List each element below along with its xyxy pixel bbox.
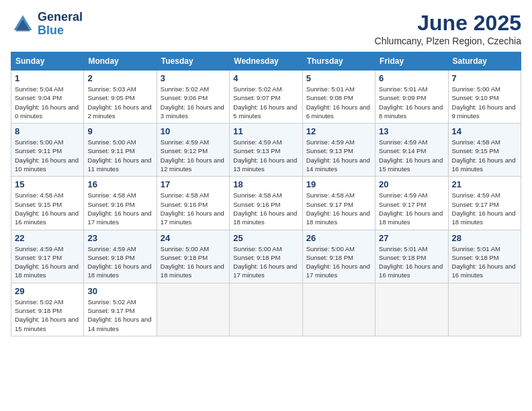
day-cell-7: 7 Sunrise: 5:00 AMSunset: 9:10 PMDayligh… <box>448 71 521 124</box>
day-cell-19: 19 Sunrise: 4:58 AMSunset: 9:17 PMDaylig… <box>302 177 375 230</box>
day-info: Sunrise: 5:03 AMSunset: 9:05 PMDaylight:… <box>87 85 152 120</box>
day-number: 28 <box>452 233 517 243</box>
day-info: Sunrise: 5:00 AMSunset: 9:18 PMDaylight:… <box>306 244 371 280</box>
day-info: Sunrise: 5:00 AMSunset: 9:18 PMDaylight:… <box>233 244 298 280</box>
day-info: Sunrise: 4:58 AMSunset: 9:16 PMDaylight:… <box>87 191 152 226</box>
day-info: Sunrise: 4:58 AMSunset: 9:15 PMDaylight:… <box>452 138 517 173</box>
day-cell-30: 30 Sunrise: 5:02 AMSunset: 9:17 PMDaylig… <box>84 283 157 336</box>
day-info: Sunrise: 4:58 AMSunset: 9:15 PMDaylight:… <box>15 191 80 226</box>
day-cell-17: 17 Sunrise: 4:58 AMSunset: 9:16 PMDaylig… <box>157 177 229 230</box>
day-info: Sunrise: 4:59 AMSunset: 9:17 PMDaylight:… <box>452 191 517 226</box>
col-tuesday: Tuesday <box>157 52 229 71</box>
empty-cell <box>375 283 448 336</box>
col-sunday: Sunday <box>11 52 84 71</box>
col-thursday: Thursday <box>302 52 375 71</box>
day-cell-9: 9 Sunrise: 5:00 AMSunset: 9:11 PMDayligh… <box>84 124 157 177</box>
day-cell-13: 13 Sunrise: 4:59 AMSunset: 9:14 PMDaylig… <box>375 124 448 177</box>
day-number: 15 <box>15 179 80 189</box>
day-info: Sunrise: 5:02 AMSunset: 9:07 PMDaylight:… <box>233 85 298 120</box>
day-number: 24 <box>161 233 226 243</box>
day-info: Sunrise: 5:00 AMSunset: 9:11 PMDaylight:… <box>15 138 80 173</box>
day-info: Sunrise: 4:59 AMSunset: 9:17 PMDaylight:… <box>15 244 80 280</box>
day-number: 6 <box>379 73 444 83</box>
day-number: 16 <box>87 179 152 189</box>
day-cell-10: 10 Sunrise: 4:59 AMSunset: 9:12 PMDaylig… <box>157 124 229 177</box>
day-number: 19 <box>306 179 371 189</box>
week-row-4: 22 Sunrise: 4:59 AMSunset: 9:17 PMDaylig… <box>11 230 521 283</box>
day-cell-15: 15 Sunrise: 4:58 AMSunset: 9:15 PMDaylig… <box>11 177 84 230</box>
day-number: 7 <box>452 73 517 83</box>
day-cell-28: 28 Sunrise: 5:01 AMSunset: 9:18 PMDaylig… <box>448 230 521 283</box>
day-number: 1 <box>15 73 80 83</box>
day-cell-22: 22 Sunrise: 4:59 AMSunset: 9:17 PMDaylig… <box>11 230 84 283</box>
day-cell-16: 16 Sunrise: 4:58 AMSunset: 9:16 PMDaylig… <box>84 177 157 230</box>
day-number: 21 <box>452 179 517 189</box>
day-cell-2: 2 Sunrise: 5:03 AMSunset: 9:05 PMDayligh… <box>84 71 157 124</box>
day-info: Sunrise: 5:02 AMSunset: 9:06 PMDaylight:… <box>161 85 226 120</box>
day-info: Sunrise: 5:02 AMSunset: 9:17 PMDaylight:… <box>87 298 152 333</box>
day-number: 29 <box>15 286 80 296</box>
day-number: 2 <box>87 73 152 83</box>
day-info: Sunrise: 5:01 AMSunset: 9:09 PMDaylight:… <box>379 85 444 120</box>
day-info: Sunrise: 5:00 AMSunset: 9:18 PMDaylight:… <box>161 244 226 280</box>
day-number: 22 <box>15 233 80 243</box>
day-number: 11 <box>233 126 298 136</box>
day-cell-3: 3 Sunrise: 5:02 AMSunset: 9:06 PMDayligh… <box>157 71 229 124</box>
day-number: 12 <box>306 126 371 136</box>
day-cell-5: 5 Sunrise: 5:01 AMSunset: 9:08 PMDayligh… <box>302 71 375 124</box>
day-cell-24: 24 Sunrise: 5:00 AMSunset: 9:18 PMDaylig… <box>157 230 229 283</box>
empty-cell <box>230 283 302 336</box>
day-number: 14 <box>452 126 517 136</box>
title-area: June 2025 Chlumcany, Plzen Region, Czech… <box>375 11 521 46</box>
day-cell-18: 18 Sunrise: 4:58 AMSunset: 9:16 PMDaylig… <box>230 177 302 230</box>
day-number: 3 <box>161 73 226 83</box>
week-row-2: 8 Sunrise: 5:00 AMSunset: 9:11 PMDayligh… <box>11 124 521 177</box>
logo-icon <box>11 12 35 36</box>
day-cell-21: 21 Sunrise: 4:59 AMSunset: 9:17 PMDaylig… <box>448 177 521 230</box>
day-number: 13 <box>379 126 444 136</box>
day-info: Sunrise: 5:00 AMSunset: 9:10 PMDaylight:… <box>452 85 517 120</box>
day-info: Sunrise: 4:59 AMSunset: 9:12 PMDaylight:… <box>161 138 226 173</box>
day-number: 17 <box>161 179 226 189</box>
day-info: Sunrise: 4:58 AMSunset: 9:16 PMDaylight:… <box>233 191 298 226</box>
day-info: Sunrise: 5:02 AMSunset: 9:18 PMDaylight:… <box>15 298 80 333</box>
day-info: Sunrise: 4:59 AMSunset: 9:13 PMDaylight:… <box>233 138 298 173</box>
day-info: Sunrise: 5:01 AMSunset: 9:18 PMDaylight:… <box>452 244 517 280</box>
empty-cell <box>448 283 521 336</box>
day-cell-6: 6 Sunrise: 5:01 AMSunset: 9:09 PMDayligh… <box>375 71 448 124</box>
calendar: Sunday Monday Tuesday Wednesday Thursday… <box>11 52 521 336</box>
day-info: Sunrise: 4:59 AMSunset: 9:14 PMDaylight:… <box>379 138 444 173</box>
location-title: Chlumcany, Plzen Region, Czechia <box>375 36 521 46</box>
day-number: 9 <box>87 126 152 136</box>
day-cell-11: 11 Sunrise: 4:59 AMSunset: 9:13 PMDaylig… <box>230 124 302 177</box>
day-number: 18 <box>233 179 298 189</box>
day-info: Sunrise: 5:01 AMSunset: 9:18 PMDaylight:… <box>379 244 444 280</box>
day-cell-4: 4 Sunrise: 5:02 AMSunset: 9:07 PMDayligh… <box>230 71 302 124</box>
day-number: 27 <box>379 233 444 243</box>
day-cell-8: 8 Sunrise: 5:00 AMSunset: 9:11 PMDayligh… <box>11 124 84 177</box>
day-cell-23: 23 Sunrise: 4:59 AMSunset: 9:18 PMDaylig… <box>84 230 157 283</box>
day-info: Sunrise: 4:58 AMSunset: 9:17 PMDaylight:… <box>306 191 371 226</box>
logo: General Blue <box>11 11 83 38</box>
day-info: Sunrise: 5:01 AMSunset: 9:08 PMDaylight:… <box>306 85 371 120</box>
day-number: 10 <box>161 126 226 136</box>
day-number: 8 <box>15 126 80 136</box>
day-info: Sunrise: 4:59 AMSunset: 9:17 PMDaylight:… <box>379 191 444 226</box>
day-cell-25: 25 Sunrise: 5:00 AMSunset: 9:18 PMDaylig… <box>230 230 302 283</box>
day-cell-20: 20 Sunrise: 4:59 AMSunset: 9:17 PMDaylig… <box>375 177 448 230</box>
col-friday: Friday <box>375 52 448 71</box>
day-cell-14: 14 Sunrise: 4:58 AMSunset: 9:15 PMDaylig… <box>448 124 521 177</box>
day-cell-26: 26 Sunrise: 5:00 AMSunset: 9:18 PMDaylig… <box>302 230 375 283</box>
day-cell-1: 1 Sunrise: 5:04 AMSunset: 9:04 PMDayligh… <box>11 71 84 124</box>
month-title: June 2025 <box>375 11 521 36</box>
day-number: 23 <box>87 233 152 243</box>
day-info: Sunrise: 4:58 AMSunset: 9:16 PMDaylight:… <box>161 191 226 226</box>
col-wednesday: Wednesday <box>230 52 302 71</box>
empty-cell <box>302 283 375 336</box>
day-number: 4 <box>233 73 298 83</box>
day-number: 30 <box>87 286 152 296</box>
calendar-header-row: Sunday Monday Tuesday Wednesday Thursday… <box>11 52 521 71</box>
day-info: Sunrise: 4:59 AMSunset: 9:13 PMDaylight:… <box>306 138 371 173</box>
day-cell-29: 29 Sunrise: 5:02 AMSunset: 9:18 PMDaylig… <box>11 283 84 336</box>
day-number: 26 <box>306 233 371 243</box>
